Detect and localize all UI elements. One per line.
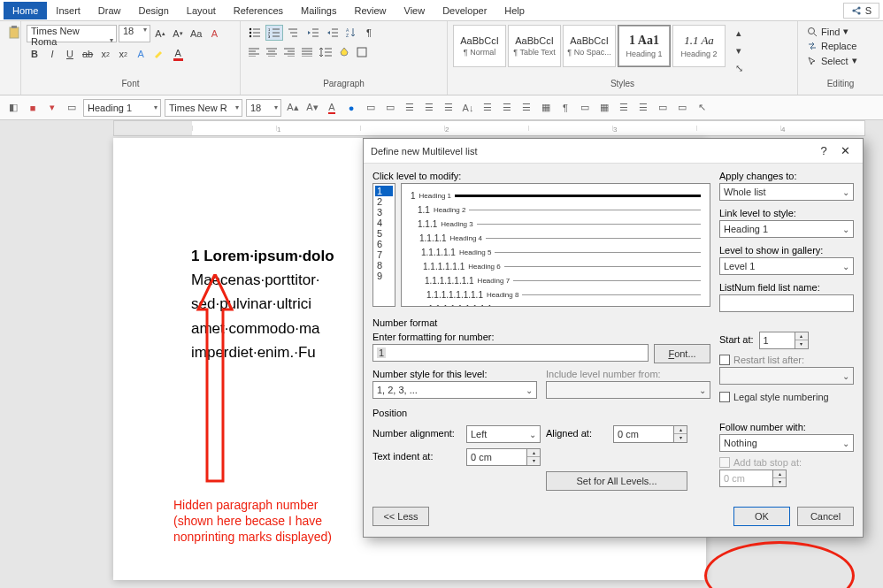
set-all-levels-button[interactable]: Set for All Levels... <box>546 471 687 491</box>
bold-button[interactable]: B <box>27 46 42 62</box>
numstyle-select[interactable]: 1, 2, 3, ... <box>372 381 537 399</box>
enter-formatting-input[interactable]: 1 <box>372 344 649 362</box>
tb-font-select[interactable]: Times New R <box>165 99 242 117</box>
font-color-icon[interactable]: A <box>170 46 186 62</box>
subscript-button[interactable]: x2 <box>97 46 113 62</box>
alignment-select[interactable]: Left <box>466 425 541 443</box>
tab-design[interactable]: Design <box>130 2 178 19</box>
tb-cursor-icon[interactable]: ↖ <box>694 100 710 116</box>
tb-i7-icon[interactable]: ☰ <box>518 100 534 116</box>
tb-i13-icon[interactable]: ☰ <box>635 100 651 116</box>
tb-shape2-icon[interactable]: ▭ <box>363 100 379 116</box>
tab-view[interactable]: View <box>395 2 434 19</box>
grow-font-icon[interactable]: A▴ <box>152 26 168 42</box>
tab-references[interactable]: References <box>225 2 292 19</box>
tab-insert[interactable]: Insert <box>47 2 89 19</box>
link-level-select[interactable]: Heading 1 <box>719 220 854 238</box>
indent-input[interactable]: 0 cm <box>466 448 527 466</box>
follow-number-select[interactable]: Nothing <box>719 434 854 452</box>
tb-i9-icon[interactable]: ¶ <box>557 100 573 116</box>
italic-button[interactable]: I <box>44 46 60 62</box>
clear-format-icon[interactable]: A <box>206 26 222 42</box>
less-button[interactable]: << Less <box>372 507 429 526</box>
tb-size-select[interactable]: 18 <box>246 99 281 117</box>
font-family-select[interactable]: Times New Roma <box>27 25 117 42</box>
superscript-button[interactable]: x2 <box>115 46 131 62</box>
tb-i1-icon[interactable]: ☰ <box>402 100 418 116</box>
level-2[interactable]: 2 <box>375 196 393 207</box>
borders-icon[interactable] <box>354 44 370 60</box>
style-no-spacing[interactable]: AaBbCcI¶ No Spac... <box>563 25 616 67</box>
tb-i2-icon[interactable]: ☰ <box>421 100 437 116</box>
style-expand-icon[interactable]: ⤡ <box>731 60 747 76</box>
align-center-icon[interactable] <box>264 44 280 60</box>
tb-a-icon[interactable]: ◧ <box>5 100 21 116</box>
level-3[interactable]: 3 <box>375 207 393 218</box>
change-case-icon[interactable]: Aa <box>188 26 204 42</box>
tb-i8-icon[interactable]: ▦ <box>538 100 554 116</box>
align-right-icon[interactable] <box>281 44 297 60</box>
level-4[interactable]: 4 <box>375 218 393 228</box>
replace-button[interactable]: Replace <box>803 40 861 52</box>
multilevel-icon[interactable] <box>285 25 303 41</box>
numbering-icon[interactable]: 123 <box>265 25 283 41</box>
bullets-icon[interactable] <box>246 25 264 41</box>
tab-home[interactable]: Home <box>4 2 47 19</box>
font-button[interactable]: FFont...ont... <box>654 344 710 363</box>
start-at-spin[interactable]: ▴▾ <box>795 332 809 349</box>
shrink-font-icon[interactable]: A▾ <box>170 26 186 42</box>
tb-i5-icon[interactable]: ☰ <box>480 100 495 116</box>
tab-draw[interactable]: Draw <box>89 2 130 19</box>
level-5[interactable]: 5 <box>375 228 393 239</box>
legal-checkbox[interactable] <box>719 392 730 402</box>
aligned-at-input[interactable]: 0 cm <box>613 425 674 443</box>
restart-checkbox[interactable] <box>719 355 730 365</box>
tb-shape1-icon[interactable]: ● <box>343 100 359 116</box>
tb-grow-icon[interactable]: A▴ <box>285 100 301 116</box>
tab-developer[interactable]: Developer <box>434 2 495 19</box>
tb-color-icon[interactable]: A <box>324 100 340 116</box>
justify-icon[interactable] <box>299 44 315 60</box>
listnum-input[interactable] <box>719 294 854 312</box>
tab-review[interactable]: Review <box>345 2 395 19</box>
tb-i10-icon[interactable]: ▭ <box>577 100 593 116</box>
show-gallery-select[interactable]: Level 1 <box>719 257 854 275</box>
tb-i3-icon[interactable]: ☰ <box>441 100 457 116</box>
style-heading2[interactable]: 1.1 AaHeading 2 <box>672 25 726 67</box>
tab-mailings[interactable]: Mailings <box>292 2 345 19</box>
dialog-close-button[interactable]: ✕ <box>834 144 856 157</box>
style-table-text[interactable]: AaBbCcI¶ Table Text <box>508 25 561 67</box>
decrease-indent-icon[interactable] <box>304 25 322 41</box>
ok-button[interactable]: OK <box>733 507 790 526</box>
indent-spin[interactable]: ▴▾ <box>527 448 541 466</box>
tb-i14-icon[interactable]: ▭ <box>655 100 671 116</box>
share-button[interactable]: S <box>843 3 879 19</box>
highlight-icon[interactable] <box>150 46 168 62</box>
tab-stop-checkbox[interactable] <box>719 457 730 468</box>
tb-shape3-icon[interactable]: ▭ <box>382 100 398 116</box>
style-heading1[interactable]: 1 Aa1Heading 1 <box>618 25 671 67</box>
tab-layout[interactable]: Layout <box>178 2 225 19</box>
tb-i15-icon[interactable]: ▭ <box>674 100 690 116</box>
cancel-button[interactable]: Cancel <box>797 507 854 526</box>
style-scroll-up-icon[interactable]: ▴ <box>731 25 747 41</box>
level-1[interactable]: 1 <box>375 186 393 196</box>
underline-button[interactable]: U <box>62 46 78 62</box>
font-size-select[interactable]: 18 <box>119 25 150 42</box>
ruler[interactable]: 12 34 <box>113 120 865 136</box>
start-at-input[interactable]: 1 <box>759 332 795 349</box>
tb-c-icon[interactable]: ▾ <box>44 100 60 116</box>
level-list[interactable]: 1 2 3 4 5 6 7 8 9 <box>372 183 395 307</box>
level-9[interactable]: 9 <box>375 271 393 281</box>
tb-d-icon[interactable]: ▭ <box>64 100 80 116</box>
find-button[interactable]: Find ▾ <box>803 25 861 38</box>
tb-i11-icon[interactable]: ▦ <box>596 100 612 116</box>
level-8[interactable]: 8 <box>375 260 393 271</box>
tb-i6-icon[interactable]: ☰ <box>499 100 515 116</box>
style-scroll-down-icon[interactable]: ▾ <box>731 42 747 58</box>
dialog-help-button[interactable]: ? <box>813 144 834 157</box>
tb-i12-icon[interactable]: ☰ <box>616 100 632 116</box>
tb-i4-icon[interactable]: A↓ <box>460 100 476 116</box>
tb-style-select[interactable]: Heading 1 <box>83 99 161 117</box>
show-marks-icon[interactable]: ¶ <box>361 25 377 41</box>
